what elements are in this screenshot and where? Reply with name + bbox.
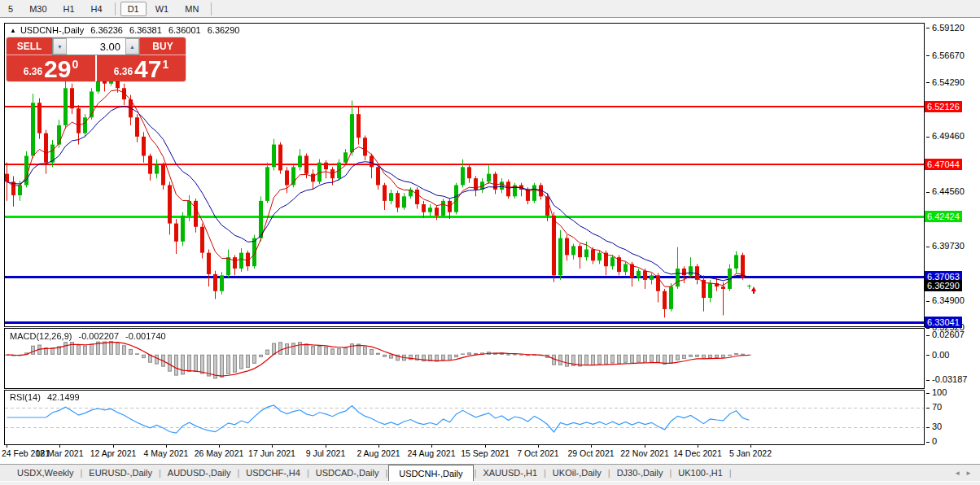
timeframe-button-mn[interactable]: MN: [177, 2, 206, 16]
timeframe-button-h4[interactable]: H4: [84, 2, 110, 16]
ohlc-close: 6.36290: [208, 25, 240, 35]
timeframe-button-d1[interactable]: D1: [120, 2, 147, 16]
rsi-tick-label: 70: [926, 402, 942, 413]
sell-price-prefix: 6.36: [24, 66, 42, 77]
date-label: 2 Aug 2021: [357, 448, 400, 458]
tab-separator: |: [728, 465, 733, 481]
buy-button[interactable]: BUY: [140, 37, 186, 55]
hline-price-flag: 6.33041: [925, 317, 962, 328]
timeframe-toolbar: 5M30H1H4D1W1MN: [0, 0, 980, 18]
tab-scroll-left-icon[interactable]: ◄: [954, 470, 960, 477]
rsi-tick-label: 100: [926, 387, 947, 398]
price-tick-label: 6.39730: [926, 241, 965, 251]
date-tick-mark: [272, 444, 273, 448]
axis-tick-mark: [926, 137, 930, 138]
date-tick-mark: [698, 444, 698, 448]
sell-button[interactable]: SELL: [7, 37, 52, 55]
buy-price-display[interactable]: 6.36471: [97, 55, 186, 81]
axis-tick-mark: [926, 301, 930, 302]
spinner-down-icon: ▼: [57, 44, 63, 50]
tab-dj30-daily[interactable]: DJ30-,Daily: [611, 465, 669, 481]
tab-usdcad-daily[interactable]: USDCAD-,Daily: [310, 465, 385, 481]
axis-tick-mark: [926, 335, 930, 336]
tab-usdcnh-daily[interactable]: USDCNH-,Daily: [388, 465, 473, 481]
toolbar-separator: [211, 2, 212, 15]
date-label: 17 Jun 2021: [248, 448, 295, 458]
date-label: 7 Oct 2021: [517, 448, 558, 458]
date-label: 15 Sep 2021: [461, 448, 510, 458]
macd-tick-label: 0.00: [926, 350, 949, 360]
toolbar-separator: [115, 2, 116, 15]
macd-value: -0.002207: [78, 331, 119, 341]
rsi-tick-label: 0: [926, 436, 937, 447]
price-tick-label: 6.59120: [926, 23, 965, 33]
buy-price-big: 47: [134, 58, 161, 81]
collapse-arrow-icon[interactable]: ▲: [10, 27, 16, 34]
date-label: 4 May 2021: [144, 448, 189, 458]
symbol-tab-bar: USDX,Weekly|EURUSD-,Daily|AUDUSD-,Daily|…: [0, 464, 980, 481]
timeframe-button-h1[interactable]: H1: [56, 2, 82, 16]
axis-tick-mark: [926, 55, 930, 56]
date-label: 9 Jul 2021: [306, 448, 345, 458]
macd-label: MACD(12,26,9): [10, 331, 72, 341]
date-tick-mark: [219, 444, 220, 448]
axis-tick-mark: [926, 393, 930, 394]
rsi-label: RSI(14): [10, 392, 41, 402]
timeframe-button-m30[interactable]: M30: [22, 2, 54, 16]
tab-eurusd-daily[interactable]: EURUSD-,Daily: [83, 465, 158, 481]
sell-price-display[interactable]: 6.36290: [7, 55, 95, 81]
one-click-trade-panel: SELL ▼ ▲ BUY 6.36290 6.36471: [7, 37, 186, 81]
macd-label-line: MACD(12,26,9) -0.002207 -0.001740: [10, 331, 170, 341]
macd-tick-label: -0.03187: [926, 374, 967, 385]
rsi-canvas[interactable]: [5, 391, 924, 444]
ohlc-low: 6.36001: [168, 25, 201, 35]
current-price-flag: 6.36290: [925, 280, 962, 291]
chart-symbol-title: USDCNH-,Daily: [20, 25, 84, 35]
price-tick-label: 6.34900: [926, 295, 965, 306]
rsi-tick-label: 30: [926, 422, 942, 432]
volume-decrease-button[interactable]: ▼: [53, 38, 67, 55]
status-strip: [0, 481, 980, 485]
date-label: 5 Jan 2022: [729, 448, 772, 458]
axis-tick-mark: [926, 28, 930, 28]
chart-ohlc-header: ▲USDCNH-,Daily 6.36236 6.36381 6.36001 6…: [10, 25, 243, 35]
timeframe-button-5[interactable]: 5: [1, 2, 20, 16]
date-label: 22 Nov 2021: [620, 448, 669, 458]
date-tick-mark: [378, 444, 379, 448]
volume-control: ▼ ▲: [52, 37, 140, 55]
tab-uk100-h1[interactable]: UK100-,H1: [672, 465, 728, 481]
volume-input[interactable]: [67, 38, 125, 55]
hline-price-flag: 6.52126: [925, 101, 962, 112]
tab-scroll-right-icon[interactable]: ►: [965, 470, 972, 477]
tab-usdchf-h4[interactable]: USDCHF-,H4: [240, 465, 306, 481]
date-tick-mark: [750, 444, 751, 448]
date-tick-mark: [326, 444, 326, 448]
hline-price-flag: 6.47044: [925, 159, 962, 170]
sell-price-big: 29: [44, 58, 71, 81]
date-tick-mark: [538, 444, 539, 448]
date-tick-mark: [591, 444, 592, 448]
volume-increase-button[interactable]: ▲: [125, 38, 139, 55]
axis-tick-mark: [926, 82, 930, 83]
axis-tick-mark: [926, 192, 930, 193]
price-tick-label: 6.56670: [926, 50, 965, 61]
tab-ukoil-daily[interactable]: UKOil-,Daily: [547, 465, 607, 481]
tab-audusd-daily[interactable]: AUDUSD-,Daily: [162, 465, 237, 481]
macd-tick-label: 0.02607: [926, 330, 965, 340]
date-label: 24 Aug 2021: [408, 448, 456, 458]
tab-usdx-weekly[interactable]: USDX,Weekly: [11, 465, 79, 481]
timeframe-button-w1[interactable]: W1: [148, 2, 177, 16]
date-tick-mark: [166, 444, 167, 448]
rsi-pane: [4, 390, 925, 445]
date-tick-mark: [431, 444, 432, 448]
date-tick-mark: [113, 444, 114, 448]
tab-xauusd-h1[interactable]: XAUUSD-,H1: [477, 465, 543, 481]
date-tick-mark: [7, 444, 7, 448]
buy-price-sup: 1: [162, 58, 168, 71]
date-tick-mark: [59, 444, 60, 448]
axis-tick-mark: [926, 380, 930, 381]
date-label: 14 Dec 2021: [673, 448, 722, 458]
price-tick-label: 6.44560: [926, 186, 965, 197]
spinner-up-icon: ▲: [129, 44, 135, 50]
date-label: 26 May 2021: [195, 448, 244, 458]
